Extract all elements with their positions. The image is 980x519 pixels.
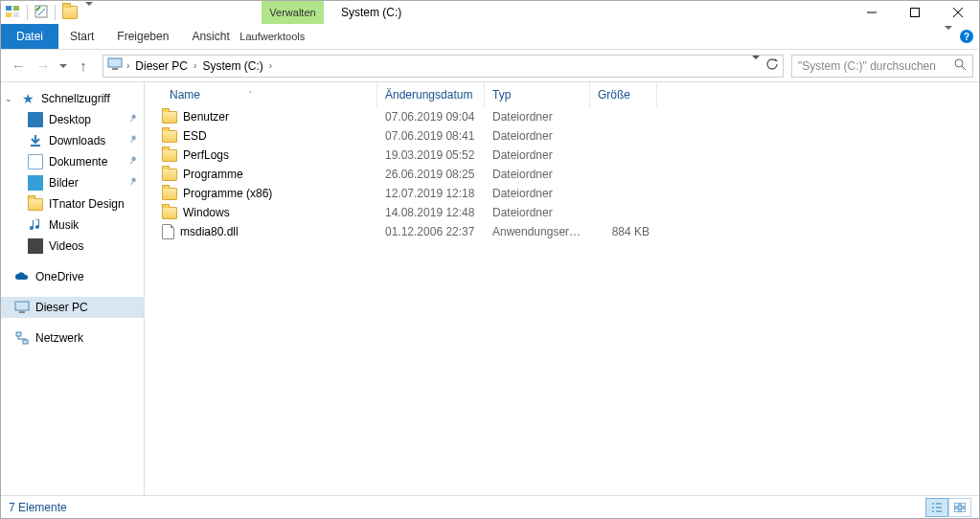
file-type: Anwendungserwe... — [485, 225, 590, 238]
addressbar-dropdown-icon[interactable] — [752, 59, 760, 73]
navpane-network[interactable]: Netzwerk — [1, 327, 144, 349]
navpane-quickitem[interactable]: Videos — [1, 236, 144, 257]
view-largeicons-button[interactable] — [948, 498, 971, 517]
folder-icon — [162, 207, 177, 219]
chevron-right-icon[interactable]: › — [194, 60, 196, 71]
file-list: Benutzer07.06.2019 09:04DateiordnerESD07… — [145, 107, 979, 241]
svg-point-16 — [131, 135, 137, 141]
folder-icon — [162, 188, 177, 200]
folder-icon — [162, 169, 177, 181]
navpane-quickitem[interactable]: ITnator Design — [1, 193, 144, 214]
folder-icon — [162, 149, 177, 162]
back-button[interactable]: ← — [7, 55, 30, 78]
star-icon: ★ — [20, 91, 35, 106]
table-row[interactable]: Programme26.06.2019 08:25Dateiordner — [162, 165, 979, 184]
refresh-icon[interactable] — [765, 57, 779, 74]
navpane-quickitem[interactable]: Musik — [1, 214, 144, 236]
minimize-button[interactable] — [850, 1, 893, 24]
close-button[interactable] — [936, 1, 979, 24]
svg-line-12 — [962, 66, 966, 70]
navpane-label: ITnator Design — [49, 197, 125, 211]
breadcrumb-segment-thispc[interactable]: Dieser PC — [133, 59, 190, 73]
recent-locations-button[interactable] — [57, 55, 70, 78]
column-header-size[interactable]: Größe — [590, 82, 657, 107]
address-bar[interactable]: › Dieser PC › System (C:) › — [103, 55, 784, 78]
navpane-quickitem[interactable]: Dokumente — [1, 151, 144, 172]
ribbon-tab-view[interactable]: Ansicht — [180, 24, 240, 49]
folder-icon — [162, 111, 177, 124]
music-icon — [28, 217, 43, 233]
file-type: Dateiordner — [485, 129, 590, 143]
svg-rect-1 — [13, 6, 19, 11]
maximize-button[interactable] — [893, 1, 936, 24]
file-name: Programme (x86) — [183, 187, 272, 200]
help-icon[interactable]: ? — [960, 30, 973, 43]
cloud-icon — [14, 269, 30, 284]
table-row[interactable]: ESD07.06.2019 08:41Dateiordner — [162, 126, 979, 146]
table-row[interactable]: PerfLogs19.03.2019 05:52Dateiordner — [162, 146, 979, 165]
breadcrumb-segment-drive[interactable]: System (C:) — [200, 59, 264, 73]
svg-point-13 — [131, 114, 137, 120]
window-title: System (C:) — [324, 1, 850, 24]
navpane-onedrive[interactable]: OneDrive — [1, 266, 144, 287]
svg-rect-9 — [108, 58, 122, 67]
ribbon-tabs: Datei Start Freigeben Ansicht Laufwerkto… — [1, 24, 979, 50]
column-header-type[interactable]: Typ — [485, 82, 590, 107]
table-row[interactable]: Programme (x86)12.07.2019 12:18Dateiordn… — [162, 184, 979, 203]
file-icon — [162, 224, 174, 239]
file-name: Benutzer — [183, 110, 229, 124]
table-row[interactable]: msdia80.dll01.12.2006 22:37Anwendungserw… — [162, 222, 979, 241]
svg-rect-4 — [35, 6, 47, 17]
table-row[interactable]: Benutzer07.06.2019 09:04Dateiordner — [162, 107, 979, 126]
qat-properties-icon[interactable] — [34, 5, 48, 21]
svg-line-21 — [131, 182, 133, 185]
pin-icon — [126, 133, 141, 147]
svg-rect-3 — [13, 12, 19, 17]
ribbon-tab-start[interactable]: Start — [58, 24, 105, 49]
file-date: 19.03.2019 05:52 — [377, 148, 485, 162]
navigation-row: ← → ↑ › Dieser PC › System (C:) › "Syste… — [1, 50, 979, 82]
qat-newfolder-icon[interactable] — [62, 6, 78, 19]
ribbon-expand-icon[interactable] — [945, 30, 952, 43]
navpane-quickaccess[interactable]: ⌄ ★ Schnellzugriff — [1, 88, 144, 109]
chevron-right-icon[interactable]: › — [269, 60, 272, 71]
collapse-icon[interactable]: ⌄ — [5, 94, 14, 103]
up-button[interactable]: ↑ — [72, 55, 95, 78]
navpane-quickitem[interactable]: Desktop — [1, 109, 144, 130]
navpane-thispc[interactable]: Dieser PC — [1, 297, 144, 318]
navpane-label: OneDrive — [35, 270, 84, 283]
downloads-icon — [28, 133, 43, 148]
addressbar-pc-icon — [107, 57, 123, 74]
navpane-label: Dokumente — [49, 155, 107, 169]
qat-dropdown-icon[interactable] — [81, 6, 97, 19]
column-headers: Name ˄ Änderungsdatum Typ Größe — [145, 82, 979, 107]
column-header-name[interactable]: Name ˄ — [162, 82, 377, 107]
svg-line-19 — [131, 161, 133, 164]
search-input[interactable]: "System (C:)" durchsuchen — [791, 55, 973, 78]
file-type: Dateiordner — [485, 168, 590, 181]
ribbon-tab-drivetools[interactable]: Laufwerktools — [241, 24, 304, 49]
ribbon-tab-share[interactable]: Freigeben — [105, 24, 180, 49]
navpane-quickitem[interactable]: Downloads — [1, 130, 144, 151]
file-type: Dateiordner — [485, 148, 590, 162]
file-date: 07.06.2019 09:04 — [377, 110, 485, 124]
svg-rect-6 — [910, 9, 919, 17]
navpane-quickitem[interactable]: Bilder — [1, 172, 144, 193]
svg-rect-34 — [954, 508, 959, 512]
contextual-tab-group: Verwalten — [262, 1, 324, 24]
view-details-button[interactable] — [925, 498, 948, 517]
file-date: 01.12.2006 22:37 — [377, 225, 485, 238]
ribbon-tab-file[interactable]: Datei — [1, 24, 58, 49]
breadcrumb-label: System (C:) — [202, 59, 262, 73]
folder-icon — [162, 130, 177, 143]
table-row[interactable]: Windows14.08.2019 12:48Dateiordner — [162, 203, 979, 222]
column-header-date[interactable]: Änderungsdatum — [377, 82, 485, 107]
file-type: Dateiordner — [485, 187, 590, 200]
svg-rect-33 — [961, 503, 966, 507]
chevron-right-icon[interactable]: › — [126, 60, 129, 71]
svg-rect-35 — [961, 508, 966, 512]
view-switcher — [925, 498, 971, 517]
forward-button[interactable]: → — [32, 55, 55, 78]
navpane-label: Bilder — [49, 176, 79, 190]
status-item-count: 7 Elemente — [9, 501, 67, 514]
